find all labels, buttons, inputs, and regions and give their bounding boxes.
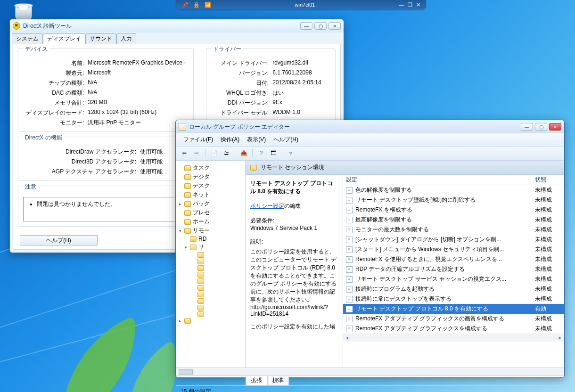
folder-icon xyxy=(184,219,191,225)
requirements-label: 必要条件: xyxy=(250,217,338,225)
policy-icon: ≡ xyxy=(346,197,353,204)
policy-row[interactable]: ≡接続時に常にデスクトップを表示する未構成 xyxy=(343,294,564,304)
expand-icon[interactable]: ▾ xyxy=(183,245,188,250)
policy-row[interactable]: ≡[スタート] メニューから Windows セキュリティ項目を削...未構成 xyxy=(343,245,564,254)
policy-row[interactable]: ≡RDP データの圧縮アルゴリズムを設定する未構成 xyxy=(343,264,564,274)
policy-state: 未構成 xyxy=(535,255,561,263)
menu-ファイル(F)[interactable]: ファイル(F) xyxy=(180,135,217,145)
kv-value: 使用可能 xyxy=(140,158,163,166)
tree-node[interactable] xyxy=(176,291,245,298)
help-icon[interactable]: ? xyxy=(256,148,266,158)
minimize-icon[interactable]: — xyxy=(399,2,404,8)
gpedit-titlebar[interactable]: ローカル グループ ポリシー エディター — ▢ ✕ xyxy=(176,120,564,133)
tree-node[interactable] xyxy=(176,271,245,278)
policy-state: 未構成 xyxy=(535,206,561,214)
policy-name: 最高解像度を制限する xyxy=(355,216,532,224)
policy-row[interactable]: ≡リモート デスクトップ プロトコル 8.0 を有効にする有効 xyxy=(343,304,564,314)
policy-row[interactable]: ≡RemoteFX を構成する未構成 xyxy=(343,205,564,215)
policy-row[interactable]: ≡リモート デスクトップ壁紙を強制的に削除する未構成 xyxy=(343,195,564,205)
tree-node[interactable] xyxy=(176,311,245,318)
folder-icon xyxy=(197,305,204,310)
forward-button[interactable]: ➡ xyxy=(192,148,201,158)
menu-操作(A)[interactable]: 操作(A) xyxy=(217,135,243,145)
tab-ディスプレイ[interactable]: ディスプレイ xyxy=(43,33,85,44)
kv-key: バージョン: xyxy=(211,69,269,77)
tree-node[interactable] xyxy=(176,304,245,311)
policy-row[interactable]: ≡最高解像度を制限する未構成 xyxy=(343,215,564,225)
tree-hscrollbar[interactable] xyxy=(176,368,564,376)
tab-サウンド[interactable]: サウンド xyxy=(85,33,116,44)
restore-icon[interactable]: ❐ xyxy=(408,2,412,8)
policy-row[interactable]: ≡RemoteFX アダプティブ グラフィックスの画質を構成する未構成 xyxy=(343,314,564,324)
policy-hscrollbar[interactable]: ◄► xyxy=(343,334,564,342)
policy-row[interactable]: ≡モニターの最大数を制限する未構成 xyxy=(343,225,564,235)
tree-node[interactable]: ホーム xyxy=(176,217,245,226)
tab-入力[interactable]: 入力 xyxy=(116,33,136,44)
tree-node[interactable]: デスク xyxy=(176,181,245,190)
requirements-text: Windows 7 Service Pack 1 xyxy=(250,225,338,231)
policy-name: モニターの最大数を制限する xyxy=(355,226,532,234)
close-button[interactable]: ✕ xyxy=(329,22,341,30)
filter-button[interactable]: ▿ xyxy=(286,148,296,158)
tree-node[interactable]: デジタ xyxy=(176,172,245,181)
show-hide-tree-button[interactable]: 🗂 xyxy=(222,148,231,158)
tree-node[interactable] xyxy=(176,298,245,304)
policy-row[interactable]: ≡RemoteFX を使用するときに、視覚エクスペリエンスを...未構成 xyxy=(343,254,564,264)
tree-node[interactable]: ▸ xyxy=(176,318,245,324)
policy-icon: ≡ xyxy=(346,256,353,263)
help-button[interactable]: ヘルプ(H) xyxy=(20,235,98,245)
policy-icon: ≡ xyxy=(346,286,353,293)
tree-node[interactable] xyxy=(176,278,245,285)
menu-表示(V)[interactable]: 表示(V) xyxy=(243,135,270,145)
tree-node[interactable] xyxy=(176,252,245,258)
tab-システム[interactable]: システム xyxy=(12,33,43,44)
maximize-button[interactable]: ▢ xyxy=(535,123,547,131)
policy-icon: ≡ xyxy=(346,316,353,322)
policy-row[interactable]: ≡RemoteFX アダプティブ グラフィックスを構成する未構成 xyxy=(343,324,564,334)
edit-policy-link[interactable]: ポリシー設定 xyxy=(250,203,284,209)
tree-node[interactable]: ▾リ xyxy=(176,243,245,252)
minimize-button[interactable]: — xyxy=(300,22,312,30)
tree-label: デジタ xyxy=(193,173,210,181)
expand-icon[interactable]: ▸ xyxy=(178,202,182,206)
back-button[interactable]: ⬅ xyxy=(180,148,189,158)
policy-row[interactable]: ≡リモート デスクトップ サービス セッションの視覚エクス...未構成 xyxy=(343,274,564,284)
kv-value: WDDM 1.0 xyxy=(272,109,330,117)
tree-node[interactable]: タスク xyxy=(176,163,245,172)
properties-button[interactable]: 🗔 xyxy=(269,148,278,158)
tree-node[interactable]: ネット xyxy=(176,190,245,199)
tree-node[interactable] xyxy=(176,258,245,265)
menu-ヘルプ(H)[interactable]: ヘルプ(H) xyxy=(270,135,302,145)
close-button[interactable]: ✕ xyxy=(549,123,561,131)
tree-node[interactable]: ▸バック xyxy=(176,199,245,208)
view-tab-拡張[interactable]: 拡張 xyxy=(246,376,267,385)
up-button[interactable]: 📄 xyxy=(209,148,219,158)
minimize-button[interactable]: — xyxy=(521,123,533,131)
tree-node[interactable]: ▾リモー xyxy=(176,226,245,235)
tree-node[interactable]: RD xyxy=(176,235,245,243)
policy-tree[interactable]: タスクデジタデスクネット▸バックプレセホーム▾リモーRD▾リ▸ xyxy=(176,161,246,368)
expand-icon[interactable]: ▾ xyxy=(178,229,182,233)
dxdiag-tabs: システムディスプレイサウンド入力 xyxy=(10,33,344,44)
close-icon[interactable]: ✕ xyxy=(416,2,420,8)
maximize-button[interactable]: ▢ xyxy=(314,22,327,30)
folder-icon xyxy=(184,174,191,180)
policy-row[interactable]: ≡色の解像度を制限する未構成 xyxy=(343,185,564,195)
policy-state: 未構成 xyxy=(535,236,561,244)
col-setting[interactable]: 設定 xyxy=(346,176,535,184)
tree-node[interactable] xyxy=(176,285,245,291)
view-tab-標準[interactable]: 標準 xyxy=(267,376,289,385)
kv-key: DirectDraw アクセラレータ: xyxy=(42,148,136,156)
folder-icon xyxy=(197,259,204,264)
export-button[interactable]: 📤 xyxy=(239,148,248,158)
policy-row[interactable]: ≡接続時にプログラムを起動する未構成 xyxy=(343,284,564,294)
expand-icon[interactable]: ▸ xyxy=(178,318,182,323)
policy-row[interactable]: ≡[シャットダウン] ダイアログから [切断] オプションを削...未構成 xyxy=(343,235,564,245)
policy-name: RemoteFX アダプティブ グラフィックスの画質を構成する xyxy=(355,315,532,323)
pin-icon[interactable]: 📌 xyxy=(182,1,189,8)
dxdiag-titlebar[interactable]: ✖ DirectX 診断ツール — ▢ ✕ xyxy=(10,19,344,33)
kv-value: rdvgumd32.dll xyxy=(272,59,330,67)
tree-node[interactable] xyxy=(176,265,245,271)
col-state[interactable]: 状態 xyxy=(535,176,561,184)
tree-node[interactable]: プレセ xyxy=(176,208,245,217)
